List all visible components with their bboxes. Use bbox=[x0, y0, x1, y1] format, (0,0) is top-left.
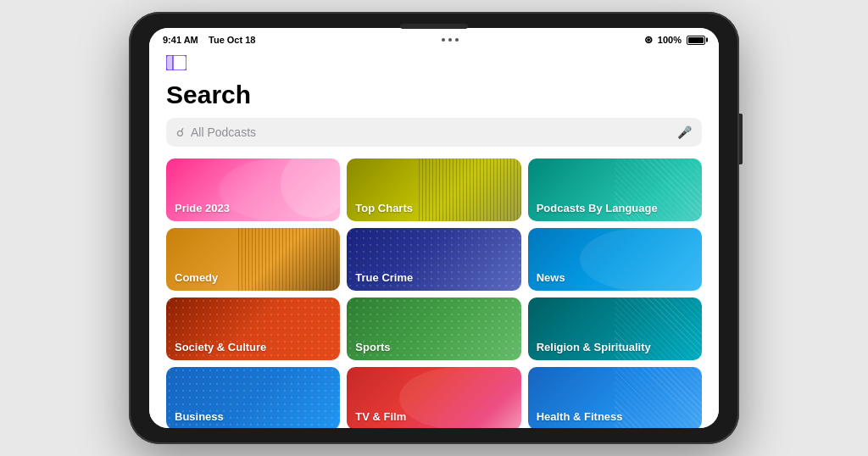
category-label-true-crime: True Crime bbox=[355, 271, 413, 284]
card-pattern-decoration bbox=[416, 158, 520, 221]
category-card-society-culture[interactable]: Society & Culture bbox=[166, 298, 340, 360]
card-pattern-decoration bbox=[580, 228, 702, 291]
category-card-pride-2023[interactable]: Pride 2023 bbox=[166, 158, 340, 221]
search-placeholder: All Podcasts bbox=[191, 125, 670, 139]
category-card-podcasts-by-language[interactable]: Podcasts By Language bbox=[528, 158, 702, 221]
battery-fill bbox=[688, 37, 704, 43]
status-right: ⊛ 100% bbox=[644, 34, 705, 46]
category-card-news[interactable]: News bbox=[528, 228, 702, 291]
battery-body bbox=[687, 36, 705, 45]
category-label-society-culture: Society & Culture bbox=[175, 341, 266, 353]
category-label-top-charts: Top Charts bbox=[355, 202, 413, 214]
category-label-comedy: Comedy bbox=[175, 271, 218, 284]
dot-2 bbox=[448, 38, 452, 42]
side-button bbox=[739, 114, 743, 164]
category-card-tv-film[interactable]: TV & Film bbox=[347, 367, 520, 428]
category-card-top-charts[interactable]: Top Charts bbox=[347, 158, 520, 221]
card-pattern-decoration bbox=[236, 228, 340, 291]
status-center-dots bbox=[442, 38, 459, 42]
search-bar[interactable]: ☌ All Podcasts 🎤 bbox=[166, 118, 702, 147]
dot-3 bbox=[455, 38, 459, 42]
main-content: Search ☌ All Podcasts 🎤 Pride 2023Top Ch… bbox=[149, 52, 719, 428]
category-card-sports[interactable]: Sports bbox=[347, 298, 520, 360]
ipad-device: 9:41 AM Tue Oct 18 ⊛ 100% bbox=[129, 12, 739, 444]
category-card-true-crime[interactable]: True Crime bbox=[347, 228, 520, 291]
category-card-business[interactable]: Business bbox=[166, 367, 340, 428]
status-bar: 9:41 AM Tue Oct 18 ⊛ 100% bbox=[149, 28, 719, 52]
category-card-religion-spirituality[interactable]: Religion & Spirituality bbox=[528, 298, 702, 360]
svg-rect-1 bbox=[166, 55, 173, 70]
battery-indicator bbox=[687, 36, 705, 45]
category-label-tv-film: TV & Film bbox=[355, 410, 406, 423]
search-icon: ☌ bbox=[176, 125, 184, 139]
dot-1 bbox=[442, 38, 445, 42]
screen: 9:41 AM Tue Oct 18 ⊛ 100% bbox=[149, 28, 719, 428]
card-pattern-decoration bbox=[615, 367, 702, 428]
category-label-religion-spirituality: Religion & Spirituality bbox=[537, 341, 651, 353]
battery-percent: 100% bbox=[658, 35, 682, 45]
card-pattern-decoration bbox=[219, 158, 341, 221]
status-time: 9:41 AM Tue Oct 18 bbox=[163, 35, 255, 45]
wifi-icon: ⊛ bbox=[644, 34, 653, 46]
category-card-health-fitness[interactable]: Health & Fitness bbox=[528, 367, 702, 428]
category-label-pride-2023: Pride 2023 bbox=[175, 202, 230, 214]
category-label-business: Business bbox=[175, 410, 224, 423]
category-label-sports: Sports bbox=[355, 341, 390, 353]
microphone-icon[interactable]: 🎤 bbox=[677, 125, 692, 139]
category-card-comedy[interactable]: Comedy bbox=[166, 228, 340, 291]
category-label-news: News bbox=[537, 271, 565, 284]
page-title: Search bbox=[166, 81, 702, 109]
category-label-health-fitness: Health & Fitness bbox=[537, 410, 623, 423]
sidebar-toggle-icon[interactable] bbox=[166, 55, 702, 74]
category-label-podcasts-by-language: Podcasts By Language bbox=[537, 202, 658, 214]
category-grid: Pride 2023Top ChartsPodcasts By Language… bbox=[166, 158, 702, 428]
card-pattern-decoration bbox=[399, 367, 521, 428]
